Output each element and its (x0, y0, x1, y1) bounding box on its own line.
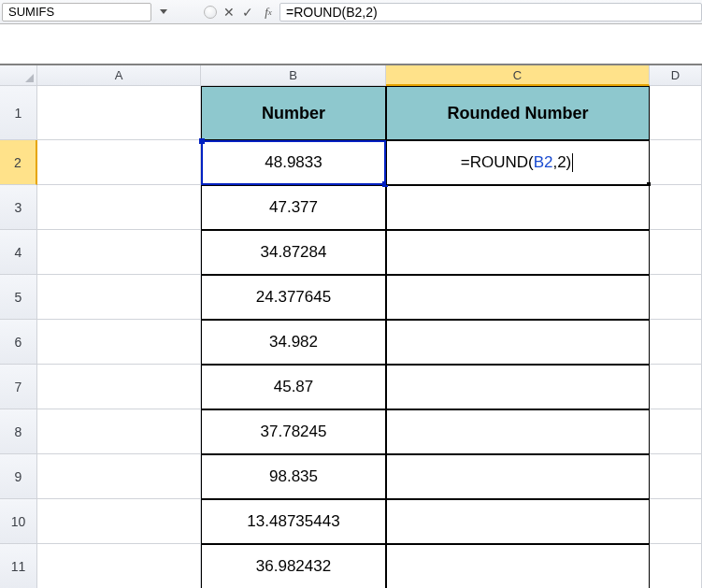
name-box-dropdown[interactable] (155, 4, 172, 21)
cell-D2[interactable] (650, 140, 702, 185)
cell-B8[interactable]: 37.78245 (201, 409, 386, 454)
row-header-11[interactable]: 11 (0, 544, 37, 588)
cell-D6[interactable] (650, 320, 702, 365)
cell-B4[interactable]: 34.87284 (201, 230, 386, 275)
cell-C5[interactable] (386, 275, 650, 320)
cell-D10[interactable] (650, 499, 702, 544)
editing-formula: =ROUND(B2,2) (461, 153, 576, 172)
col-header-A[interactable]: A (37, 65, 201, 86)
cell-D5[interactable] (650, 275, 702, 320)
cell-A8[interactable] (37, 409, 201, 454)
ribbon-placeholder (0, 24, 702, 65)
fx-icon[interactable]: fx (257, 3, 279, 22)
formula-bar: SUMIFS ✕ ✓ fx =ROUND(B2,2) (0, 0, 702, 24)
cell-B1[interactable]: Number (201, 86, 386, 140)
row-header-9[interactable]: 9 (0, 454, 37, 499)
cell-C2[interactable]: =ROUND(B2,2) (386, 140, 650, 185)
cell-C8[interactable] (386, 409, 650, 454)
row-header-6[interactable]: 6 (0, 320, 37, 365)
cell-D9[interactable] (650, 454, 702, 499)
col-header-C[interactable]: C (386, 65, 650, 86)
cell-B11[interactable]: 36.982432 (201, 544, 386, 588)
cell-A5[interactable] (37, 275, 201, 320)
row-header-7[interactable]: 7 (0, 365, 37, 409)
cell-B5[interactable]: 24.377645 (201, 275, 386, 320)
cell-C7[interactable] (386, 365, 650, 409)
cell-D8[interactable] (650, 409, 702, 454)
row-header-5[interactable]: 5 (0, 275, 37, 320)
cell-A4[interactable] (37, 230, 201, 275)
cell-A11[interactable] (37, 544, 201, 588)
name-box[interactable]: SUMIFS (2, 3, 151, 22)
range-selector-icon[interactable] (204, 6, 217, 19)
col-header-D[interactable]: D (650, 65, 702, 86)
cancel-icon[interactable]: ✕ (220, 3, 238, 22)
row-header-1[interactable]: 1 (0, 86, 37, 140)
cell-A1[interactable] (37, 86, 201, 140)
cell-C11[interactable] (386, 544, 650, 588)
cell-A3[interactable] (37, 185, 201, 230)
cell-C9[interactable] (386, 454, 650, 499)
name-box-wrap: SUMIFS (2, 3, 198, 22)
cell-D4[interactable] (650, 230, 702, 275)
row-header-4[interactable]: 4 (0, 230, 37, 275)
cell-B7[interactable]: 45.87 (201, 365, 386, 409)
cell-C1[interactable]: Rounded Number (386, 86, 650, 140)
formula-ref: B2 (534, 153, 553, 172)
cell-B10[interactable]: 13.48735443 (201, 499, 386, 544)
row-header-2[interactable]: 2 (0, 140, 37, 185)
cell-A6[interactable] (37, 320, 201, 365)
formula-prefix: =ROUND( (461, 153, 534, 172)
cell-A2[interactable] (37, 140, 201, 185)
cell-A10[interactable] (37, 499, 201, 544)
cell-A9[interactable] (37, 454, 201, 499)
spreadsheet-grid[interactable]: A B C D 1 Number Rounded Number 2 48.983… (0, 65, 702, 588)
enter-icon[interactable]: ✓ (238, 3, 257, 22)
cell-D7[interactable] (650, 365, 702, 409)
cell-B9[interactable]: 98.835 (201, 454, 386, 499)
col-header-B[interactable]: B (201, 65, 386, 86)
cell-C4[interactable] (386, 230, 650, 275)
row-header-8[interactable]: 8 (0, 409, 37, 454)
row-header-10[interactable]: 10 (0, 499, 37, 544)
text-cursor (572, 153, 573, 172)
formula-input[interactable]: =ROUND(B2,2) (279, 3, 702, 22)
cell-C10[interactable] (386, 499, 650, 544)
cell-D1[interactable] (650, 86, 702, 140)
select-all-corner[interactable] (0, 65, 37, 86)
cell-B6[interactable]: 34.982 (201, 320, 386, 365)
row-header-3[interactable]: 3 (0, 185, 37, 230)
cell-D11[interactable] (650, 544, 702, 588)
cell-B3[interactable]: 47.377 (201, 185, 386, 230)
formula-suffix: ,2) (552, 153, 571, 172)
cell-C6[interactable] (386, 320, 650, 365)
cell-C3[interactable] (386, 185, 650, 230)
cell-D3[interactable] (650, 185, 702, 230)
cell-A7[interactable] (37, 365, 201, 409)
cell-B2[interactable]: 48.9833 (201, 140, 386, 185)
